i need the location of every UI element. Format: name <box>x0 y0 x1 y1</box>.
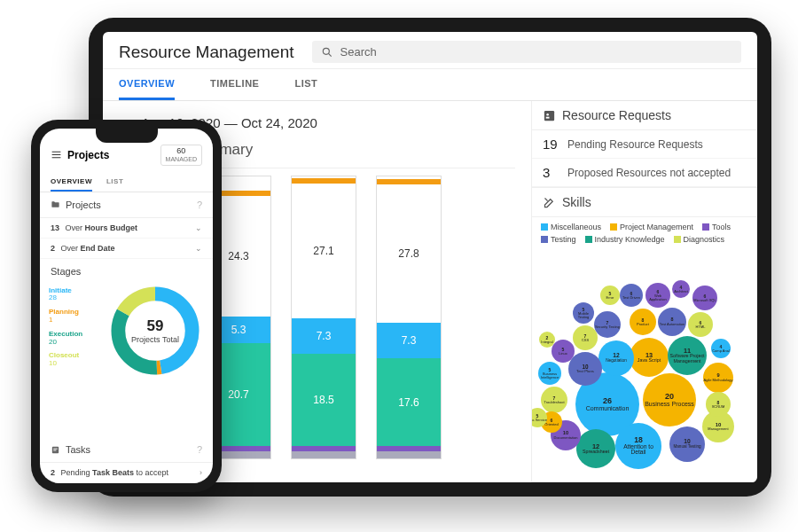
page-title: Resource Management <box>119 43 294 62</box>
stages-donut: 59 Projects Total <box>106 282 204 379</box>
svg-rect-14 <box>53 448 58 449</box>
skill-bubble[interactable]: 9Agile Methodology <box>703 363 733 393</box>
skill-bubble[interactable]: 8Test Automation <box>658 308 686 336</box>
skill-bubble[interactable]: 10Test Plans <box>568 352 602 386</box>
svg-line-1 <box>328 53 331 56</box>
skill-bubble[interactable]: 2Integral <box>539 332 555 348</box>
legend-item: Testing <box>541 235 576 244</box>
tab-overview[interactable]: OVERVIEW <box>119 69 175 100</box>
skill-bubble[interactable]: 7CSS <box>573 325 598 350</box>
menu-icon[interactable] <box>51 149 62 160</box>
folder-icon <box>51 200 60 209</box>
phone-frame: Projects 60 MANAGED OVERVIEW LIST Projec… <box>31 120 222 492</box>
skill-bubble[interactable]: 18Attention to Detail <box>615 423 661 469</box>
skill-bubble[interactable]: 5Mobile Testing <box>573 302 594 324</box>
skill-bubble[interactable]: 7Security Testing <box>594 311 621 338</box>
legend-item: Project Management <box>610 223 693 231</box>
search-input[interactable]: Search <box>312 41 742 63</box>
requests-icon <box>543 109 556 122</box>
skill-bubble[interactable]: 13Java Script <box>630 338 669 377</box>
tab-list[interactable]: LIST <box>294 69 317 100</box>
phone-tab-list[interactable]: LIST <box>106 173 123 192</box>
search-icon <box>321 46 333 59</box>
stage-legend-item: Initiate28 <box>49 287 82 303</box>
proposed-not-accepted-row[interactable]: 3 Proposed Resources not accepted <box>532 159 757 187</box>
svg-point-0 <box>323 48 329 54</box>
skill-bubble[interactable]: 6Test Driven <box>620 284 643 307</box>
tab-timeline[interactable]: TIMELINE <box>210 69 259 100</box>
phone-tab-overview[interactable]: OVERVIEW <box>51 173 92 192</box>
svg-rect-4 <box>546 116 550 118</box>
skill-bubble[interactable]: 8Product <box>630 309 656 335</box>
stages-legend: Initiate28Planning1Execution20Closeout10 <box>49 282 82 430</box>
skill-bubble[interactable]: 8SCRUM <box>706 392 731 417</box>
stage-legend-item: Execution20 <box>49 331 82 347</box>
skill-bubble[interactable]: 6HTML <box>688 312 713 337</box>
skills-bubblechart: 26Communication20Business Process18Atten… <box>532 249 757 481</box>
help-icon[interactable]: ? <box>197 444 202 455</box>
chevron-down-icon: ⌄ <box>195 244 202 253</box>
projects-section-header: Projects ? <box>40 192 213 218</box>
skill-bubble[interactable]: 12Negotiation <box>598 340 634 376</box>
svg-rect-15 <box>53 450 56 450</box>
chart-bar: 27.17.318.5 <box>291 176 356 459</box>
phone-tabs: OVERVIEW LIST <box>40 169 213 192</box>
search-placeholder: Search <box>340 45 377 59</box>
chevron-right-icon: › <box>200 468 202 477</box>
tools-icon <box>543 196 556 209</box>
skill-bubble[interactable]: 6Web Application <box>645 283 670 308</box>
over-end-date-row[interactable]: 2 Over End Date ⌄ <box>40 239 213 259</box>
chart-bar: 27.87.317.6 <box>376 176 442 459</box>
skills-card: Skills MiscellaneousProject ManagementTo… <box>532 188 757 482</box>
tablet-header: Resource Management Search <box>103 32 757 69</box>
tablet-tabs: OVERVIEW TIMELINE LIST <box>103 69 757 101</box>
help-icon[interactable]: ? <box>197 200 202 210</box>
resource-requests-header: Resource Requests <box>532 101 757 130</box>
skill-bubble[interactable]: 4Architect <box>672 280 690 298</box>
pending-requests-row[interactable]: 19 Pending Resource Requests <box>532 130 757 159</box>
skill-bubble[interactable]: 11Software Project Management <box>668 336 707 375</box>
phone-header: Projects 60 MANAGED <box>40 129 213 169</box>
pending-task-beats-row[interactable]: 2 Pending Task Beats to accept › <box>40 463 213 483</box>
svg-rect-2 <box>544 110 554 120</box>
skill-bubble[interactable]: 7Troubleshoot <box>541 387 567 413</box>
managed-dropdown[interactable]: 60 MANAGED <box>160 145 202 166</box>
stage-legend-item: Closeout10 <box>49 352 82 368</box>
skill-bubble[interactable]: 6Microsoft SQL <box>692 286 717 310</box>
skill-bubble[interactable]: 12Spreadsheet <box>576 429 615 468</box>
skill-bubble[interactable]: 5Error <box>600 286 620 305</box>
stages-title: Stages <box>40 259 213 278</box>
skills-header: Skills <box>532 188 757 217</box>
legend-item: Diagnostics <box>674 235 725 244</box>
resource-requests-card: Resource Requests 19 Pending Resource Re… <box>532 101 757 188</box>
skills-legend: MiscellaneousProject ManagementToolsTest… <box>532 217 757 249</box>
stage-legend-item: Planning1 <box>49 309 82 325</box>
skill-bubble[interactable]: 20Business Process <box>643 373 696 426</box>
skill-bubble[interactable]: 4Comp Anal <box>711 339 731 358</box>
skill-bubble[interactable]: 5Business Intelligence <box>538 362 561 385</box>
svg-point-3 <box>546 113 549 116</box>
tablet-sidebar: Resource Requests 19 Pending Resource Re… <box>531 101 757 482</box>
skill-bubble[interactable]: 5Linux <box>552 340 575 363</box>
legend-item: Miscellaneous <box>541 223 601 231</box>
legend-item: Tools <box>702 223 731 231</box>
tasks-icon <box>51 445 60 455</box>
over-hours-budget-row[interactable]: 13 Over Hours Budget ⌄ <box>40 218 213 239</box>
legend-item: Industry Knowledge <box>585 235 665 244</box>
phone-title: Projects <box>67 149 109 161</box>
tasks-section-header: Tasks ? <box>40 437 213 463</box>
chevron-down-icon: ⌄ <box>195 223 202 232</box>
phone-screen: Projects 60 MANAGED OVERVIEW LIST Projec… <box>40 129 213 483</box>
skill-bubble[interactable]: 10Manual Testing <box>669 426 705 462</box>
